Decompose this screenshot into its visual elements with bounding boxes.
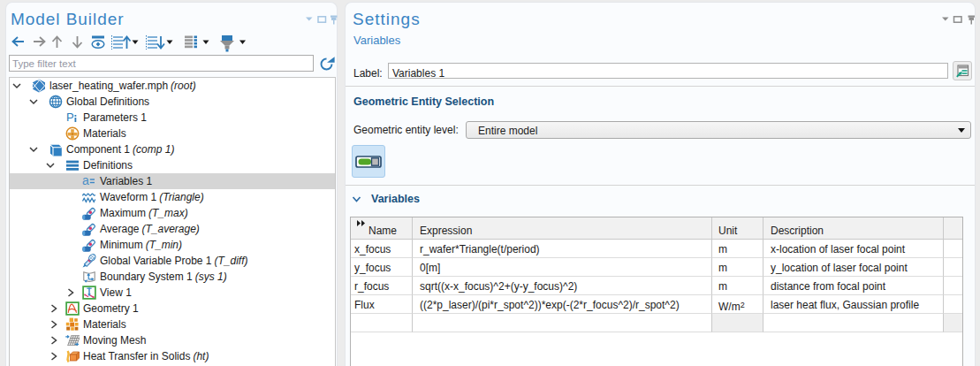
svg-text:P: P	[66, 111, 74, 124]
svg-text:a: a	[82, 174, 89, 187]
